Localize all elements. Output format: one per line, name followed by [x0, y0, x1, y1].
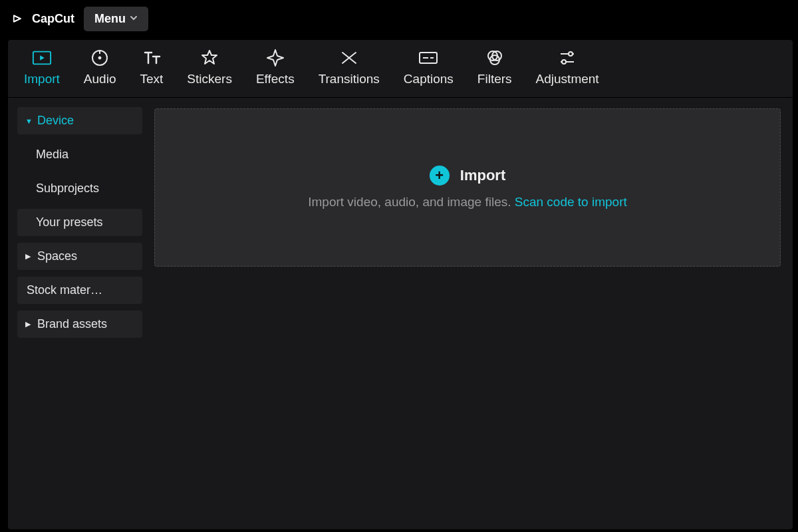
- tab-label: Effects: [256, 72, 295, 86]
- dropzone-subtitle: Import video, audio, and image files. Sc…: [308, 195, 627, 209]
- transitions-icon: [339, 48, 359, 68]
- tab-label: Text: [140, 72, 163, 86]
- effects-icon: [265, 48, 285, 68]
- tab-adjustment[interactable]: Adjustment: [533, 48, 602, 86]
- sidebar-group-label: Device: [37, 114, 74, 128]
- svg-point-2: [98, 57, 101, 59]
- tab-audio[interactable]: Audio: [81, 48, 119, 86]
- dropzone-title: Import: [460, 167, 505, 184]
- import-dropzone[interactable]: + Import Import video, audio, and image …: [154, 108, 781, 267]
- audio-icon: [90, 48, 110, 68]
- brand-name: CapCut: [32, 12, 74, 26]
- sidebar-item-your-presets[interactable]: Your presets: [17, 209, 142, 236]
- svg-point-13: [562, 60, 566, 64]
- app-logo: CapCut: [12, 11, 74, 26]
- tab-label: Stickers: [187, 72, 232, 86]
- tab-effects[interactable]: Effects: [253, 48, 297, 86]
- text-icon: [142, 48, 162, 68]
- triangle-right-icon: ▶: [25, 252, 32, 261]
- tab-captions[interactable]: Captions: [401, 48, 456, 86]
- sidebar-group-device[interactable]: ▼ Device: [17, 107, 142, 134]
- sidebar-item-subprojects[interactable]: Subprojects: [17, 175, 142, 202]
- scan-code-link[interactable]: Scan code to import: [515, 195, 627, 209]
- tab-label: Import: [24, 72, 60, 86]
- sidebar-group-label: Stock mater…: [25, 283, 102, 297]
- tab-label: Filters: [477, 72, 512, 86]
- tab-label: Adjustment: [536, 72, 599, 86]
- sidebar-group-label: Spaces: [37, 249, 77, 263]
- sidebar: ▼ Device Media Subprojects Your presets …: [8, 98, 150, 529]
- tab-label: Transitions: [319, 72, 380, 86]
- filters-icon: [485, 48, 505, 68]
- captions-icon: [418, 48, 438, 68]
- sidebar-item-media[interactable]: Media: [17, 141, 142, 168]
- tab-text[interactable]: Text: [137, 48, 166, 86]
- titlebar: CapCut Menu: [0, 0, 798, 37]
- sidebar-group-stock-materials[interactable]: Stock mater…: [17, 277, 142, 304]
- chevron-down-icon: [130, 14, 138, 24]
- triangle-right-icon: ▶: [25, 320, 32, 329]
- adjustment-icon: [557, 48, 577, 68]
- plus-icon: +: [430, 166, 450, 186]
- sidebar-group-spaces[interactable]: ▶ Spaces: [17, 243, 142, 270]
- panel-body: ▼ Device Media Subprojects Your presets …: [8, 98, 793, 529]
- app-root: CapCut Menu Import Audio: [0, 0, 798, 532]
- tabs-row: Import Audio Text Stickers: [8, 40, 793, 98]
- tab-filters[interactable]: Filters: [475, 48, 515, 86]
- menu-button-label: Menu: [94, 12, 126, 26]
- content-area: + Import Import video, audio, and image …: [150, 98, 793, 529]
- import-icon: [32, 48, 52, 68]
- tab-label: Audio: [84, 72, 116, 86]
- dropzone-title-row: + Import: [430, 166, 505, 186]
- tab-transitions[interactable]: Transitions: [316, 48, 382, 86]
- svg-point-11: [569, 52, 573, 56]
- triangle-down-icon: ▼: [25, 117, 32, 125]
- tab-stickers[interactable]: Stickers: [184, 48, 235, 86]
- logo-icon: [12, 11, 27, 26]
- tab-import[interactable]: Import: [21, 48, 63, 86]
- sidebar-group-brand-assets[interactable]: ▶ Brand assets: [17, 311, 142, 338]
- tab-label: Captions: [404, 72, 454, 86]
- sidebar-item-label: Your presets: [36, 215, 102, 229]
- stickers-icon: [200, 48, 219, 68]
- sidebar-group-label: Brand assets: [37, 317, 107, 331]
- dropzone-subtitle-text: Import video, audio, and image files.: [308, 195, 515, 209]
- menu-button[interactable]: Menu: [84, 7, 148, 31]
- main-panel: Import Audio Text Stickers: [8, 40, 793, 529]
